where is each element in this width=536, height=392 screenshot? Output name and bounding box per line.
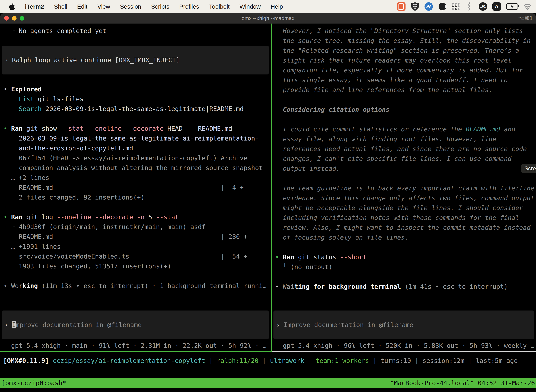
text-segment: Ran	[283, 253, 294, 261]
text-segment: last:5m ago	[476, 357, 518, 364]
left-pane-input-box[interactable]: › Improve documentation in @filename	[2, 311, 269, 339]
text-segment: src/voice/voiceModeEnabled.ts | 54 +	[4, 253, 247, 260]
blank-line	[272, 115, 536, 124]
text-segment: slight risk that future readers may over…	[275, 57, 512, 64]
text-segment: I could cite commit statistics or refere…	[275, 126, 466, 133]
text-segment: turns:10	[381, 357, 411, 364]
text-segment: ting for background terminal	[294, 283, 401, 290]
text-segment: Improve documentation in @filename	[284, 321, 413, 328]
terminal-line: references need actual files, and since …	[272, 144, 536, 154]
text-segment: |	[258, 357, 270, 364]
left-pane-scrollback: └ No agents completed yet› Ralph loop ac…	[0, 23, 271, 291]
menu-item-iterm2[interactable]: iTerm2	[25, 3, 44, 10]
text-segment: (no output)	[291, 263, 332, 271]
terminal-line: companion analysis without altering the …	[0, 163, 271, 173]
inline-prompt-box: › Ralph loop active continue [OMX_TMUX_I…	[2, 46, 269, 75]
blank-line	[0, 114, 271, 124]
text-segment: README.md	[466, 126, 500, 133]
text-segment: 5	[144, 213, 152, 221]
text-segment: 1903 files changed, 513517 insertions(+)	[4, 263, 171, 270]
text-segment: this single essay, it seems like a good …	[275, 76, 508, 84]
text-segment: List	[19, 95, 34, 103]
tmux-status-bar: [omx-cczip0:bash* "MacBook-Pro-44.local"…	[0, 378, 536, 388]
menubar-status-icons: ..61 A	[397, 2, 536, 11]
window-shortcut-badge: ⌥⌘1	[518, 13, 533, 23]
text-segment: │	[4, 145, 19, 152]
grid-dots-icon[interactable]	[452, 3, 460, 10]
right-pane: However, I noticed the "Directory Struct…	[272, 23, 536, 352]
timer-61-icon[interactable]: ..61	[479, 2, 487, 11]
chat-app-icon[interactable]	[397, 2, 406, 11]
blue-lightning-icon[interactable]	[425, 2, 433, 11]
desktop: { "menubar": { "items": ["iTerm2", "Shel…	[0, 0, 536, 392]
text-segment: 2 files changed, 92 insertions(+)	[4, 194, 144, 201]
terminal-line: └ 067f154 (HEAD -> essay/ai-reimplementa…	[0, 153, 271, 163]
battery-icon[interactable]	[506, 3, 518, 10]
squiggle-icon[interactable]	[465, 2, 474, 11]
terminal-line: output instead.	[272, 164, 536, 173]
text-segment: README.md | 280 +	[4, 233, 247, 240]
terminal-line: └ List git ls-files	[0, 94, 271, 104]
text-segment: provide file and line references from th…	[275, 86, 492, 93]
terminal-line: evidence. Since this change only affects…	[272, 193, 536, 203]
text-segment: changes, I can't cite specific file line…	[275, 155, 512, 162]
terminal-line: might be acceptable alongside the file l…	[272, 203, 536, 213]
right-pane-scrollback: However, I noticed the "Directory Struct…	[272, 23, 536, 292]
text-segment: HEAD	[163, 125, 182, 132]
text-segment: •	[4, 213, 11, 221]
terminal-line: › Ralph loop active continue [OMX_TMUX_I…	[2, 55, 269, 65]
text-segment: session:12m	[422, 357, 464, 364]
text-segment: and-the-erosion-of-copyleft.md	[19, 145, 133, 152]
text-segment: git	[23, 213, 38, 221]
text-segment: 4b9d30f (origin/main, instructkr/main, m…	[19, 223, 206, 230]
text-segment: 2026-03-09-is-legal-the-same-as-legitima…	[42, 105, 244, 112]
text-segment: of focusing solely on file lines.	[275, 234, 409, 241]
a-app-icon[interactable]: A	[492, 2, 501, 11]
menu-item-list: iTerm2ShellEditViewSessionScriptsProfile…	[25, 3, 283, 10]
terminal-line: • Explored	[0, 84, 271, 94]
terminal-line: • Ran git log --oneline --decorate -n 5 …	[0, 212, 271, 222]
text-segment: gpt-5.4 xhigh · main · 91% left · 2.31M …	[4, 342, 267, 349]
blank-line	[0, 202, 271, 212]
window-titlebar: omx --xhigh --madmax ⌥⌘1	[0, 13, 536, 23]
terminal-line: Considering citation options	[272, 105, 536, 115]
tmux-session-label: [omx-cczip0:bash*	[1, 378, 66, 388]
terminal-line: companion file, especially if more comme…	[272, 65, 536, 75]
text-segment: status	[310, 253, 336, 261]
text-segment: show	[38, 125, 57, 132]
menu-item-session[interactable]: Session	[120, 3, 141, 10]
terminal-line: • Waiting for background terminal (1m 41…	[272, 282, 536, 292]
menu-item-toolbelt[interactable]: Toolbelt	[209, 3, 230, 10]
text-segment: … +2 lines	[4, 174, 49, 181]
terminal-line: Search 2026-03-09-is-legal-the-same-as-l…	[0, 104, 271, 114]
blank-line	[0, 75, 271, 84]
menu-item-help[interactable]: Help	[271, 3, 283, 10]
text-segment: Explored	[11, 85, 42, 93]
tmux-host-clock-label: "MacBook-Pro-44.local" 04:52 31-Mar-26	[390, 378, 535, 388]
apple-menu-icon[interactable]	[9, 3, 15, 10]
moon-pie-icon[interactable]	[438, 2, 447, 11]
terminal-line: … +1901 lines	[0, 242, 271, 252]
menu-item-view[interactable]: View	[97, 3, 110, 10]
text-segment: cczip/essay/ai-reimplementation-copyleft	[53, 357, 205, 364]
right-pane-input-box[interactable]: › Improve documentation in @filename	[273, 311, 534, 339]
text-segment: |	[464, 357, 476, 364]
terminal-line: … +2 lines	[0, 173, 271, 183]
text-segment: essay file, along with finding root file…	[275, 135, 496, 143]
text-segment: ›	[276, 321, 284, 328]
text-segment: gpt-5.4 xhigh · 96% left · 520K in · 5.8…	[275, 342, 534, 349]
terminal-line: • Working (11m 13s • esc to interrupt) ·…	[0, 281, 271, 291]
terminal-line: this single essay, it seems like a good …	[272, 75, 536, 85]
wifi-icon[interactable]	[523, 2, 532, 11]
shield-grid-icon[interactable]	[411, 2, 419, 11]
menu-item-profiles[interactable]: Profiles	[179, 3, 199, 10]
menu-item-scripts[interactable]: Scripts	[151, 3, 169, 10]
right-pane-input-line[interactable]: › Improve documentation in @filename	[273, 320, 534, 330]
text-segment: No agents completed yet	[19, 27, 107, 34]
window-title: omx --xhigh --madmax	[0, 13, 536, 23]
menu-item-edit[interactable]: Edit	[77, 3, 88, 10]
text-segment: the source tree, missing the essay. Stil…	[275, 37, 531, 44]
left-pane-input-line[interactable]: › Improve documentation in @filename	[2, 320, 269, 330]
menu-item-window[interactable]: Window	[239, 3, 261, 10]
menu-item-shell[interactable]: Shell	[54, 3, 67, 10]
